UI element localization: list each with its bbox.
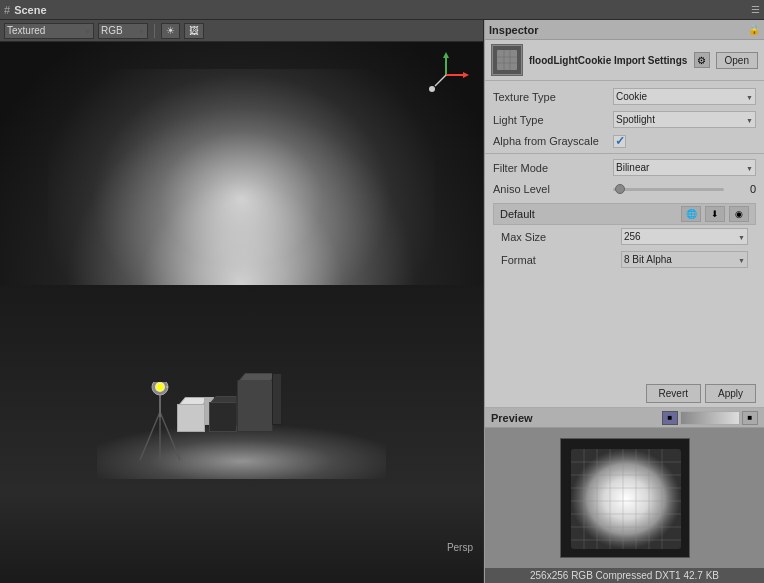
preview-image (560, 438, 690, 558)
action-buttons: Revert Apply (485, 380, 764, 407)
platform-circle-btn[interactable]: ◉ (729, 206, 749, 222)
aniso-value: 0 (728, 183, 756, 195)
alpha-grayscale-label: Alpha from Grayscale (493, 135, 613, 147)
max-size-label: Max Size (501, 231, 621, 243)
format-row: Format 8 Bit Alpha Compressed RGB 24 Bit (493, 248, 756, 271)
light-type-label: Light Type (493, 114, 613, 126)
open-button[interactable]: Open (716, 52, 758, 69)
filter-mode-label: Filter Mode (493, 162, 613, 174)
filter-mode-row: Filter Mode Bilinear Point Trilinear (485, 156, 764, 179)
platform-web-btn[interactable]: 🌐 (681, 206, 701, 222)
texture-type-select[interactable]: Cookie 2D Bump map (613, 88, 756, 105)
svg-point-15 (429, 86, 435, 92)
color-mode-select[interactable]: RGB Alpha (98, 23, 148, 39)
lock-icon[interactable]: 🔒 (748, 24, 760, 35)
asset-icon (491, 44, 523, 76)
scene-panel: Textured Wireframe Solid RGB Alpha ☀ 🖼 (0, 20, 484, 583)
separator-1 (485, 153, 764, 154)
persp-label: Persp (447, 542, 473, 553)
svg-rect-23 (571, 449, 681, 549)
aniso-level-row: Aniso Level 0 (485, 179, 764, 199)
preview-settings-btn[interactable]: ■ (742, 411, 758, 425)
alpha-grayscale-row: Alpha from Grayscale ✓ (485, 131, 764, 151)
preview-section: Preview ■ ■ (485, 407, 764, 583)
texture-type-label: Texture Type (493, 91, 613, 103)
scene-hash-icon: # (4, 4, 10, 16)
svg-line-2 (160, 412, 180, 460)
format-select[interactable]: 8 Bit Alpha Compressed RGB 24 Bit (621, 251, 748, 268)
toolbar-separator (154, 24, 155, 38)
aniso-slider[interactable] (613, 188, 724, 191)
checkbox-tick: ✓ (615, 134, 625, 148)
preview-controls: ■ ■ (662, 411, 758, 425)
light-type-row: Light Type Spotlight Directional Point (485, 108, 764, 131)
svg-point-6 (157, 384, 163, 390)
inspector-panel: Inspector 🔒 floodLightCookie Import Sett… (484, 20, 764, 583)
preview-label: Preview (491, 412, 662, 424)
inspector-fields: Texture Type Cookie 2D Bump map Light Ty… (485, 81, 764, 380)
sun-icon-btn[interactable]: ☀ (161, 23, 180, 39)
inspector-title: Inspector (489, 24, 744, 36)
scene-title: Scene (14, 4, 46, 16)
platform-download-btn[interactable]: ⬇ (705, 206, 725, 222)
platform-section: Default 🌐 ⬇ ◉ Max Size 256 512 1024 (493, 203, 756, 271)
revert-button[interactable]: Revert (646, 384, 701, 403)
preview-slider[interactable] (680, 411, 740, 425)
settings-gear-button[interactable]: ⚙ (694, 52, 710, 68)
cube-dark (209, 402, 237, 432)
max-size-row: Max Size 256 512 1024 2048 (493, 225, 756, 248)
light-type-select[interactable]: Spotlight Directional Point (613, 111, 756, 128)
max-size-select[interactable]: 256 512 1024 2048 (621, 228, 748, 245)
shading-mode-select[interactable]: Textured Wireframe Solid (4, 23, 94, 39)
preview-header: Preview ■ ■ (485, 408, 764, 428)
platform-header: Default 🌐 ⬇ ◉ (493, 203, 756, 225)
svg-rect-17 (497, 50, 517, 70)
preview-info: 256x256 RGB Compressed DXT1 42.7 KB (485, 568, 764, 583)
scene-menu-icon[interactable]: ☰ (751, 4, 760, 15)
alpha-grayscale-checkbox[interactable]: ✓ (613, 135, 626, 148)
inspector-header: Inspector 🔒 (485, 20, 764, 40)
light-stand (135, 382, 185, 464)
scene-toolbar: Textured Wireframe Solid RGB Alpha ☀ 🖼 (0, 20, 483, 42)
format-label: Format (501, 254, 621, 266)
texture-type-row: Texture Type Cookie 2D Bump map (485, 85, 764, 108)
image-icon-btn[interactable]: 🖼 (184, 23, 204, 39)
scene-title-bar: # Scene ☰ (0, 0, 764, 20)
svg-marker-13 (463, 72, 469, 78)
platform-label: Default (500, 208, 677, 220)
apply-button[interactable]: Apply (705, 384, 756, 403)
floor-plane (0, 285, 483, 583)
svg-line-0 (140, 412, 160, 460)
camera-gizmo (421, 50, 471, 100)
cube-large (237, 380, 273, 432)
asset-header: floodLightCookie Import Settings ⚙ Open (485, 40, 764, 81)
aniso-level-label: Aniso Level (493, 183, 613, 195)
preview-canvas (485, 428, 764, 568)
asset-name: floodLightCookie Import Settings (529, 55, 688, 66)
aniso-slider-thumb (615, 184, 625, 194)
scene-viewport[interactable]: Persp (0, 42, 483, 583)
preview-color-btn[interactable]: ■ (662, 411, 678, 425)
svg-line-14 (435, 75, 446, 86)
filter-mode-select[interactable]: Bilinear Point Trilinear (613, 159, 756, 176)
svg-marker-11 (443, 52, 449, 58)
